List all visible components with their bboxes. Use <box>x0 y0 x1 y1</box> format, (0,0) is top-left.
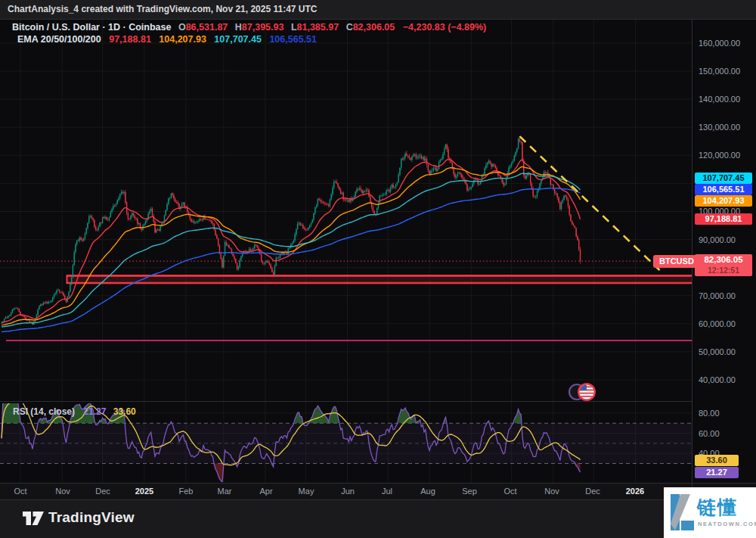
price-tick[interactable]: 90,000.00 <box>699 235 753 245</box>
time-axis-label[interactable]: Dec <box>86 487 119 496</box>
low-label: L <box>291 22 297 33</box>
time-axis-label[interactable]: Sep <box>453 487 486 496</box>
time-axis-label[interactable]: May <box>290 487 323 496</box>
price-chart-canvas[interactable] <box>0 0 756 500</box>
rsi-legend[interactable]: RSI (14, close) 21.27 33.60 <box>13 406 136 417</box>
symbol-legend[interactable]: Bitcoin / U.S. Dollar · 1D · Coinbase O8… <box>12 22 486 33</box>
time-axis-label[interactable]: Feb <box>169 487 203 496</box>
tradingview-chart-screen: ChartAnalysis_4 created with TradingView… <box>0 0 756 538</box>
bar-countdown: 12:12:51 <box>695 266 752 275</box>
us-holiday-flag-icon[interactable] <box>569 384 595 400</box>
time-axis-label[interactable]: Dec <box>576 487 609 496</box>
open-label: O <box>178 22 186 33</box>
ema20-value: 97,188.81 <box>109 34 151 45</box>
ema200-value: 106,565.51 <box>269 34 317 45</box>
close-value: 82,306.05 <box>353 22 395 33</box>
price-tick[interactable]: 130,000.00 <box>699 122 753 132</box>
rsi-tick[interactable]: 60.00 <box>699 428 753 439</box>
ema100-value: 107,707.45 <box>214 34 262 45</box>
rsi-legend-title[interactable]: RSI (14, close) <box>13 406 75 417</box>
ema100-price-tag: 107,707.45 <box>695 173 752 184</box>
time-axis-label[interactable]: Oct <box>494 487 527 496</box>
ema200-price-tag: 106,565.51 <box>695 184 752 195</box>
price-tick[interactable]: 150,000.00 <box>699 66 753 76</box>
time-axis-label[interactable]: 2025 <box>128 487 161 496</box>
last-price-tag: 82,306.05 12:12:51 <box>695 254 752 276</box>
time-axis-label[interactable]: Oct <box>4 487 37 496</box>
price-tick[interactable]: 40,000.00 <box>699 375 753 385</box>
time-axis-label[interactable]: Apr <box>249 487 283 496</box>
price-tick[interactable]: 160,000.00 <box>699 38 753 48</box>
ema50-value: 104,207.93 <box>159 34 206 45</box>
rsi-ma-tag: 33.60 <box>695 455 739 466</box>
close-label: C <box>346 22 353 33</box>
price-tick[interactable]: 140,000.00 <box>699 94 753 104</box>
symbol-title[interactable]: Bitcoin / U.S. Dollar · 1D · Coinbase <box>12 22 171 33</box>
watermark-title: 链懂 <box>697 495 738 520</box>
watermark-site: NEATDOWN.COM <box>698 521 756 527</box>
page-title: ChartAnalysis_4 created with TradingView… <box>8 4 318 14</box>
rsi-tick[interactable]: 80.00 <box>699 408 753 418</box>
low-value: 81,385.97 <box>297 22 339 33</box>
support-band <box>67 275 692 283</box>
ema50-price-tag: 104,207.93 <box>695 195 752 207</box>
time-axis-label[interactable]: Aug <box>411 487 445 496</box>
neatdown-logo-icon <box>668 493 696 531</box>
rsi-ma-value: 33.60 <box>113 406 136 417</box>
price-tick[interactable]: 50,000.00 <box>699 347 753 357</box>
time-axis-label[interactable]: Mar <box>208 487 241 496</box>
tradingview-logo-icon[interactable] <box>23 509 44 529</box>
ema-title[interactable]: EMA 20/50/100/200 <box>17 34 101 45</box>
price-tick[interactable]: 120,000.00 <box>699 150 753 160</box>
time-axis-label[interactable]: Jul <box>370 487 404 496</box>
rsi-value-tag: 21.27 <box>695 467 739 478</box>
tradingview-wordmark[interactable]: TradingView <box>48 509 135 526</box>
time-axis-label[interactable]: Jun <box>331 487 364 496</box>
change-value: −4,230.83 (−4.89%) <box>403 22 487 33</box>
open-value: 86,531.87 <box>186 22 228 33</box>
high-value: 87,395.93 <box>242 22 284 33</box>
symbol-price-flag: BTCUSD <box>653 255 700 268</box>
ema20-price-tag: 97,188.81 <box>695 213 752 225</box>
window-title-bar: ChartAnalysis_4 created with TradingView… <box>0 0 756 19</box>
time-axis-label[interactable]: 2026 <box>618 487 652 496</box>
price-tick[interactable]: 60,000.00 <box>699 319 753 329</box>
ema-legend[interactable]: EMA 20/50/100/200 97,188.81 104,207.93 1… <box>12 34 317 45</box>
rsi-value: 21.27 <box>83 406 106 417</box>
price-tick[interactable]: 70,000.00 <box>699 291 753 301</box>
high-label: H <box>235 22 242 33</box>
last-price-value: 82,306.05 <box>695 254 752 266</box>
time-axis-label[interactable]: Nov <box>46 487 79 496</box>
time-axis-label[interactable]: Nov <box>535 487 569 496</box>
watermark-card[interactable]: 链懂 NEATDOWN.COM <box>664 487 756 538</box>
